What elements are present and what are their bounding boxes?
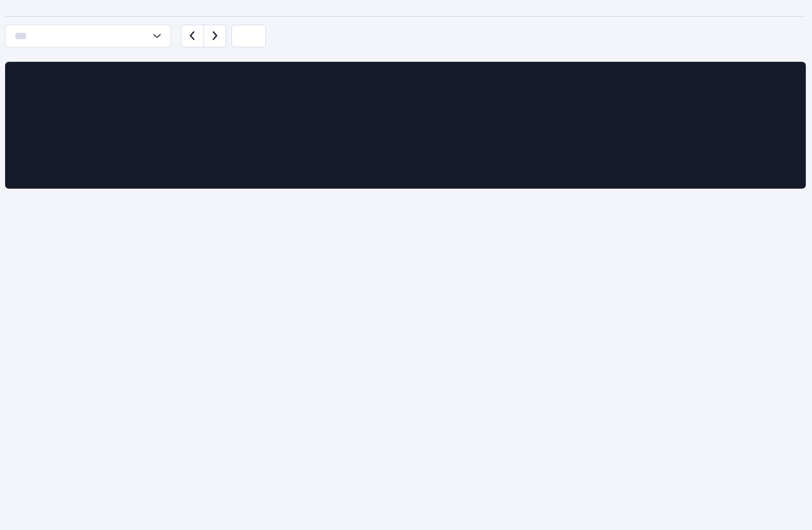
- sql-statement-box: [5, 62, 806, 189]
- chevron-right-icon: [211, 31, 219, 42]
- chevron-down-icon: [153, 33, 161, 39]
- previous-range-button[interactable]: [181, 25, 204, 47]
- tab-bar: [5, 16, 806, 17]
- time-range-arrows: [181, 25, 226, 47]
- chevron-left-icon: [188, 31, 196, 42]
- time-range-dropdown[interactable]: [5, 25, 171, 47]
- time-controls: [5, 25, 806, 47]
- now-button[interactable]: [232, 25, 266, 47]
- time-range-badge: [15, 33, 26, 39]
- next-range-button[interactable]: [204, 25, 226, 47]
- statement-fingerprint-page: [0, 16, 812, 233]
